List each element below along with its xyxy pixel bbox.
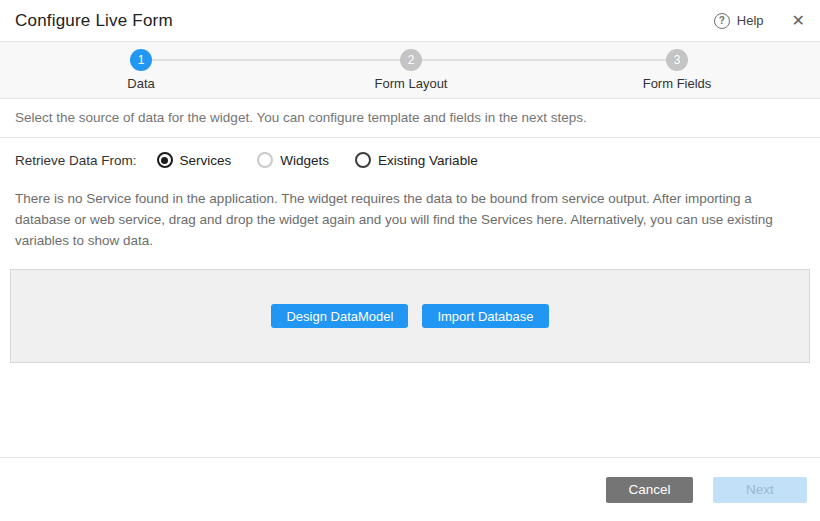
radio-services-label[interactable]: Services xyxy=(180,153,232,168)
help-icon[interactable]: ? xyxy=(714,13,730,29)
dialog-footer: Cancel Next xyxy=(0,457,820,521)
import-database-button[interactable]: Import Database xyxy=(422,304,548,328)
radio-existing-variable[interactable]: Existing Variable xyxy=(355,152,478,168)
radio-existing-variable-label[interactable]: Existing Variable xyxy=(378,153,478,168)
step-description: Select the source of data for the widget… xyxy=(0,99,820,138)
dialog-title: Configure Live Form xyxy=(15,11,173,31)
step-2-circle[interactable]: 2 xyxy=(400,49,422,71)
close-icon[interactable]: ✕ xyxy=(792,13,805,29)
radio-widgets[interactable]: Widgets xyxy=(257,152,329,168)
next-button[interactable]: Next xyxy=(713,477,807,503)
step-2-label: Form Layout xyxy=(375,76,448,91)
help-button[interactable]: ? Help xyxy=(714,13,764,29)
wizard-stepper: 1 Data 2 Form Layout 3 Form Fields xyxy=(0,42,820,99)
step-1-label: Data xyxy=(127,76,154,91)
no-service-info-text: There is no Service found in the applica… xyxy=(0,180,812,251)
step-data[interactable]: 1 Data xyxy=(81,49,201,91)
step-3-label: Form Fields xyxy=(643,76,712,91)
retrieve-data-row: Retrieve Data From: Services Widgets Exi… xyxy=(0,140,820,180)
help-label[interactable]: Help xyxy=(737,13,764,28)
radio-services-control[interactable] xyxy=(157,152,173,168)
service-actions-panel: Design DataModel Import Database xyxy=(10,269,810,363)
radio-services[interactable]: Services xyxy=(157,152,232,168)
dialog-header: Configure Live Form ? Help ✕ xyxy=(0,0,820,42)
step-form-layout[interactable]: 2 Form Layout xyxy=(351,49,471,91)
step-form-fields[interactable]: 3 Form Fields xyxy=(617,49,737,91)
step-1-circle[interactable]: 1 xyxy=(130,49,152,71)
radio-widgets-control[interactable] xyxy=(257,152,273,168)
cancel-button[interactable]: Cancel xyxy=(606,477,693,503)
radio-existing-variable-control[interactable] xyxy=(355,152,371,168)
design-datamodel-button[interactable]: Design DataModel xyxy=(271,304,408,328)
radio-widgets-label[interactable]: Widgets xyxy=(280,153,329,168)
retrieve-data-label: Retrieve Data From: xyxy=(15,153,137,168)
step-3-circle[interactable]: 3 xyxy=(666,49,688,71)
